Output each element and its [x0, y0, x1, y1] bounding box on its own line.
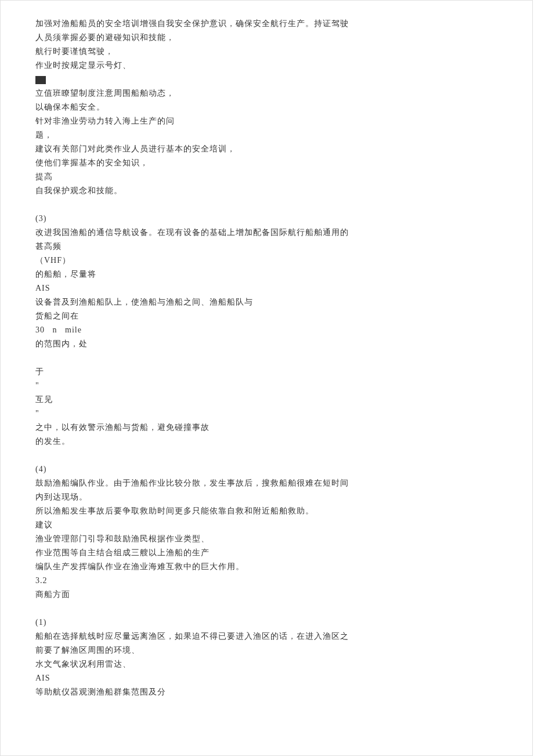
text-line-smudge: [35, 73, 532, 86]
text-line: 建议有关部门对此类作业人员进行基本的安全培训，: [35, 142, 532, 156]
text-line: 编队生产发挥编队作业在渔业海难互救中的巨大作用。: [35, 560, 532, 574]
text-line: 鼓励渔船编队作业。由于渔船作业比较分散，发生事故后，搜救船舶很难在短时间: [35, 476, 532, 490]
text-line: 30 n mile: [35, 323, 532, 337]
text-line: 3.2: [35, 574, 532, 588]
text-line: 的船舶，尽量将: [35, 267, 532, 281]
text-line: 题，: [35, 128, 532, 142]
text-line: ": [35, 407, 532, 421]
text-line: 航行时要谨慎驾驶，: [35, 45, 532, 59]
blank-line: [35, 448, 532, 462]
text-line: 自我保护观念和技能。: [35, 184, 532, 198]
text-line: 针对非渔业劳动力转入海上生产的问: [35, 114, 532, 128]
text-line: AIS: [35, 281, 532, 295]
text-line: 立值班瞭望制度注意周围船舶动态，: [35, 86, 532, 100]
blank-line: [35, 198, 532, 212]
text-line: 作业范围等自主结合组成三艘以上渔船的生产: [35, 546, 532, 560]
text-line: 作业时按规定显示号灯、: [35, 59, 532, 73]
text-line: 货船之间在: [35, 309, 532, 323]
text-line: 渔业管理部门引导和鼓励渔民根据作业类型、: [35, 532, 532, 546]
text-line: 建议: [35, 518, 532, 532]
text-line: 设备普及到渔船船队上，使渔船与渔船之间、渔船船队与: [35, 295, 532, 309]
text-line: AIS: [35, 671, 532, 685]
text-line: ": [35, 379, 532, 393]
text-line: 内到达现场。: [35, 490, 532, 504]
document-page: 加强对渔船船员的安全培训增强自我安全保护意识，确保安全航行生产。持证驾驶人员须掌…: [0, 0, 533, 756]
text-line: 船舶在选择航线时应尽量远离渔区，如果迫不得已要进入渔区的话，在进入渔区之: [35, 630, 532, 643]
text-line: 以确保本船安全。: [35, 100, 532, 114]
text-line: 互见: [35, 393, 532, 407]
text-line: (3): [35, 212, 532, 226]
text-line: 人员须掌握必要的避碰知识和技能，: [35, 31, 532, 45]
text-line: 的范围内，处: [35, 337, 532, 351]
text-line: 甚高频: [35, 240, 532, 254]
blank-line: [35, 351, 532, 365]
text-line: 加强对渔船船员的安全培训增强自我安全保护意识，确保安全航行生产。持证驾驶: [35, 17, 532, 31]
text-line: 使他们掌握基本的安全知识，: [35, 156, 532, 170]
text-line: 之中，以有效警示渔船与货船，避免碰撞事故: [35, 421, 532, 435]
text-line: 改进我国渔船的通信导航设备。在现有设备的基础上增加配备国际航行船舶通用的: [35, 226, 532, 240]
text-line: 水文气象状况利用雷达、: [35, 657, 532, 671]
text-line: (1): [35, 616, 532, 630]
smudge-mark: [35, 76, 46, 84]
text-line: 的发生。: [35, 435, 532, 448]
text-line: (4): [35, 462, 532, 476]
text-line: 商船方面: [35, 588, 532, 602]
blank-line: [35, 602, 532, 616]
text-line: 提高: [35, 170, 532, 184]
text-line: 前要了解渔区周围的环境、: [35, 643, 532, 657]
text-line: （VHF）: [35, 254, 532, 267]
document-content: 加强对渔船船员的安全培训增强自我安全保护意识，确保安全航行生产。持证驾驶人员须掌…: [35, 17, 532, 699]
text-line: 所以渔船发生事故后要争取救助时间更多只能依靠自救和附近船舶救助。: [35, 504, 532, 518]
text-line: 等助航仪器观测渔船群集范围及分: [35, 685, 532, 699]
text-line: 于: [35, 365, 532, 379]
